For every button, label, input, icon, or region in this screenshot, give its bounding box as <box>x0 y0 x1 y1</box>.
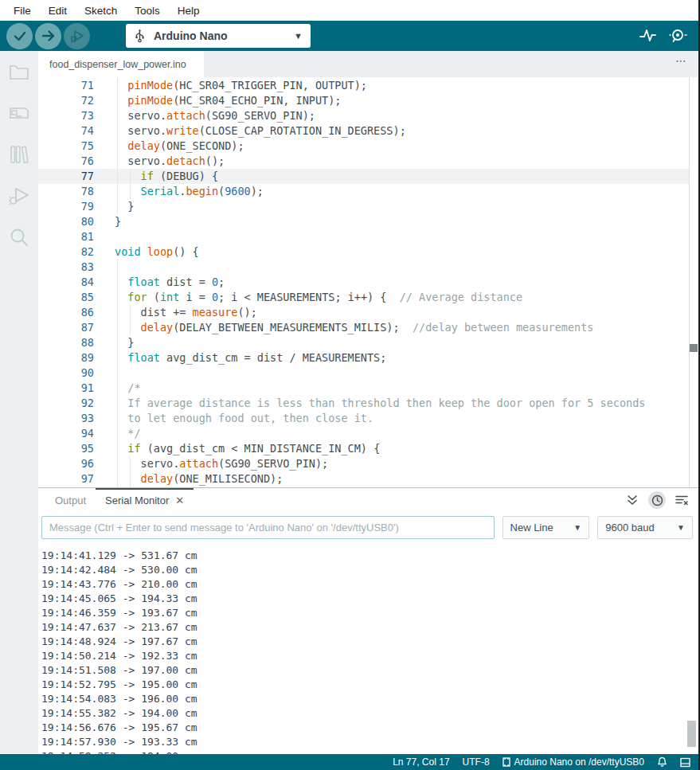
chevron-down-icon: ▼ <box>677 523 685 532</box>
debug-button <box>64 23 90 49</box>
code-line-96[interactable]: 96 servo.attach(SG90_SERVO_PIN); <box>38 456 689 471</box>
collapse-panel-button[interactable] <box>624 491 641 509</box>
line-number: 74 <box>38 123 115 139</box>
editor-scrollbar-thumb[interactable] <box>690 344 698 352</box>
code-line-85[interactable]: 85 for (int i = 0; i < MEASUREMENTS; i++… <box>38 290 689 305</box>
menu-item-file[interactable]: File <box>5 5 40 17</box>
close-icon[interactable]: ✕ <box>175 494 184 506</box>
clear-output-button[interactable] <box>673 491 690 509</box>
toggle-panel-button[interactable] <box>680 757 690 768</box>
code-line-93[interactable]: 93 to let enough food out, then close it… <box>38 411 689 426</box>
serial-monitor-button[interactable] <box>668 26 687 45</box>
code-text: pinMode(HC_SR04_TRIGGER_PIN, OUTPUT); <box>115 78 689 93</box>
panel-layout-icon <box>680 757 690 768</box>
code-line-75[interactable]: 75 delay(ONE_SECOND); <box>38 139 689 154</box>
code-line-78[interactable]: 78 Serial.begin(9600); <box>38 184 689 199</box>
line-number: 73 <box>38 108 115 123</box>
code-line-95[interactable]: 95 if (avg_dist_cm < MIN_DISTANCE_IN_CM)… <box>38 441 689 456</box>
menu-bar: FileEditSketchToolsHelp <box>0 0 698 21</box>
serial-output-line: 19:14:48.924 -> 197.67 cm <box>41 635 698 649</box>
serial-output-line: 19:14:46.359 -> 193.67 cm <box>41 606 698 620</box>
code-line-79[interactable]: 79 } <box>38 199 689 214</box>
code-line-88[interactable]: 88 } <box>38 335 689 350</box>
line-number: 91 <box>38 381 115 396</box>
cursor-position[interactable]: Ln 77, Col 17 <box>393 756 449 768</box>
line-number: 81 <box>38 229 115 244</box>
serial-plotter-button[interactable] <box>638 26 657 45</box>
line-number: 77 <box>38 169 115 184</box>
code-text: } <box>115 335 689 350</box>
serial-monitor-controls: New Line ▼ 9600 baud ▼ <box>38 512 698 542</box>
code-text: servo.attach(SG90_SERVO_PIN); <box>115 456 689 471</box>
line-number: 85 <box>38 290 115 305</box>
debugger-icon[interactable] <box>8 185 30 207</box>
board-connection-status[interactable]: Arduino Nano on /dev/ttyUSB0 <box>503 756 644 768</box>
code-text: servo.write(OPEN_CAP_ROTATION_IN_DEGRESS… <box>115 487 689 487</box>
code-line-76[interactable]: 76 servo.detach(); <box>38 154 689 169</box>
code-line-83[interactable]: 83 <box>38 260 689 275</box>
timestamp-toggle-button[interactable] <box>648 491 666 509</box>
code-line-94[interactable]: 94 */ <box>38 426 689 441</box>
encoding-indicator[interactable]: UTF-8 <box>463 756 490 768</box>
line-number: 75 <box>38 139 115 154</box>
sketchbook-folder-icon[interactable] <box>8 61 30 83</box>
notifications-bell-button[interactable] <box>657 756 667 768</box>
line-number: 88 <box>38 335 115 350</box>
main-toolbar: Arduino Nano ▼ <box>0 21 698 51</box>
code-line-73[interactable]: 73 servo.attach(SG90_SERVO_PIN); <box>38 108 689 123</box>
code-line-77[interactable]: 77 if (DEBUG) { <box>38 169 689 184</box>
code-line-87[interactable]: 87 delay(DELAY_BETWEEN_MEASUREMENTS_MILI… <box>38 320 689 335</box>
code-line-90[interactable]: 90 <box>38 365 689 381</box>
board-selector-dropdown[interactable]: Arduino Nano ▼ <box>126 24 311 48</box>
code-line-89[interactable]: 89 float avg_dist_cm = dist / MEASUREMEN… <box>38 350 689 365</box>
line-ending-select[interactable]: New Line ▼ <box>503 516 590 539</box>
code-line-82[interactable]: 82void loop() { <box>38 244 689 260</box>
output-scrollbar-thumb[interactable] <box>687 721 696 747</box>
check-icon <box>12 28 28 44</box>
code-text: dist += measure(); <box>115 305 689 320</box>
menu-item-edit[interactable]: Edit <box>40 5 76 17</box>
code-text: Serial.begin(9600); <box>115 184 689 199</box>
code-line-86[interactable]: 86 dist += measure(); <box>38 305 689 320</box>
upload-button[interactable] <box>35 23 61 49</box>
serial-monitor-output[interactable]: 19:14:41.129 -> 531.67 cm19:14:42.484 ->… <box>38 542 698 754</box>
arduino-ide-window: { "menu": { "items": ["File", "Edit", "S… <box>0 0 700 770</box>
line-number: 83 <box>38 260 115 275</box>
search-icon[interactable] <box>8 226 30 248</box>
arrow-right-icon <box>41 28 57 44</box>
code-text: } <box>115 214 689 229</box>
code-line-84[interactable]: 84 float dist = 0; <box>38 275 689 290</box>
serial-message-input[interactable] <box>41 516 495 539</box>
baud-rate-select[interactable]: 9600 baud ▼ <box>597 516 693 539</box>
verify-button[interactable] <box>6 23 33 49</box>
boards-manager-icon[interactable] <box>8 102 30 124</box>
code-line-81[interactable]: 81 <box>38 229 689 244</box>
line-number: 72 <box>38 93 115 108</box>
code-line-97[interactable]: 97 delay(ONE_MILISECOND); <box>38 471 689 487</box>
tab-food-dispenser-low-power[interactable]: food_dispenser_low_power.ino <box>38 51 204 77</box>
code-line-80[interactable]: 80} <box>38 214 689 229</box>
code-line-91[interactable]: 91 /* <box>38 381 689 396</box>
tab-output[interactable]: Output <box>45 488 96 512</box>
menu-item-help[interactable]: Help <box>169 5 209 17</box>
chevron-down-icon: ▼ <box>294 31 303 41</box>
tab-overflow-menu[interactable]: ⋯ <box>675 54 687 67</box>
code-line-74[interactable]: 74 servo.write(CLOSE_CAP_ROTATION_IN_DEG… <box>38 123 689 139</box>
code-line-92[interactable]: 92 If average distance is less than thre… <box>38 396 689 411</box>
line-number: 82 <box>38 244 115 260</box>
serial-output-line: 19:14:45.065 -> 194.33 cm <box>41 592 698 606</box>
tab-serial-monitor[interactable]: Serial Monitor ✕ <box>96 488 194 512</box>
menu-item-sketch[interactable]: Sketch <box>76 5 126 17</box>
code-text: } <box>115 199 689 214</box>
toolbar-right-actions <box>638 26 698 45</box>
code-line-72[interactable]: 72 pinMode(HC_SR04_ECHO_PIN, INPUT); <box>38 93 689 108</box>
code-editor[interactable]: 71 pinMode(HC_SR04_TRIGGER_PIN, OUTPUT);… <box>38 77 698 487</box>
library-manager-icon[interactable] <box>8 143 30 166</box>
menu-item-tools[interactable]: Tools <box>126 5 169 17</box>
line-number: 87 <box>38 320 115 335</box>
code-line-71[interactable]: 71 pinMode(HC_SR04_TRIGGER_PIN, OUTPUT); <box>38 78 689 93</box>
chevron-double-down-icon <box>627 494 638 506</box>
code-text: void loop() { <box>115 244 689 260</box>
editor-scrollbar[interactable] <box>689 77 698 487</box>
line-number: 84 <box>38 275 115 290</box>
